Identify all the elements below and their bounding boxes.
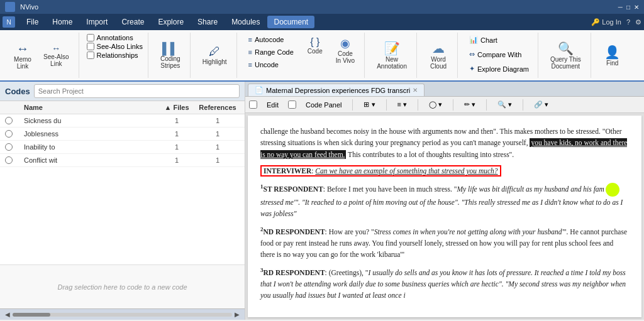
row-radio-2[interactable] bbox=[5, 143, 13, 151]
code-in-vivo-button[interactable]: ◉ CodeIn Vivo bbox=[331, 34, 359, 67]
edit-checkbox[interactable] bbox=[249, 101, 257, 109]
help-btn[interactable]: ? bbox=[626, 18, 630, 26]
window-close[interactable]: ✕ bbox=[634, 4, 639, 11]
annotations-checkbox[interactable] bbox=[87, 34, 94, 41]
code-button[interactable]: { } Code bbox=[301, 34, 329, 67]
search-input[interactable] bbox=[34, 84, 240, 98]
new-annotation-button[interactable]: 📝 NewAnnotation bbox=[372, 38, 411, 72]
row-radio-0[interactable] bbox=[5, 117, 13, 124]
highlight-button[interactable]: 🖊 Highlight bbox=[198, 43, 231, 68]
coding-stripes-button[interactable]: ▌▌ CodingStripes bbox=[156, 40, 185, 72]
col-files[interactable]: ▲ Files bbox=[158, 104, 196, 111]
code-icon: { } bbox=[310, 36, 319, 48]
memo-link-button[interactable]: ↔ MemoLink bbox=[9, 39, 36, 72]
autocode-icon: ≡ bbox=[248, 36, 252, 43]
document-icon: 📄 bbox=[255, 86, 264, 94]
relationships-checkbox[interactable] bbox=[87, 52, 94, 59]
settings-icon[interactable]: ⚙ bbox=[635, 18, 641, 26]
doc-tab-label: Maternal Depression experiences FDG tran… bbox=[266, 87, 410, 94]
ribbon-group-links: ↔ MemoLink ↔ See-AlsoLink bbox=[4, 33, 79, 78]
horizontal-scrollbar[interactable] bbox=[13, 313, 232, 317]
document-tab[interactable]: 📄 Maternal Depression experiences FDG tr… bbox=[248, 84, 425, 96]
menu-share[interactable]: Share bbox=[191, 16, 224, 28]
chart-icon: 📊 bbox=[469, 36, 478, 44]
tab-close-button[interactable]: ✕ bbox=[413, 87, 418, 94]
explore-diagram-button[interactable]: ✦ Explore Diagram bbox=[465, 63, 533, 75]
toolbar-separator-2 bbox=[386, 99, 387, 111]
word-cloud-icon: ☁ bbox=[432, 41, 445, 56]
col-references[interactable]: References bbox=[196, 104, 240, 111]
compare-with-button[interactable]: ⇔ Compare With bbox=[465, 48, 533, 60]
circle-menu-button[interactable]: ◯ ▾ bbox=[423, 99, 448, 111]
menu-file[interactable]: File bbox=[20, 16, 45, 28]
login-btn[interactable]: 🔑 Log In bbox=[591, 18, 621, 26]
table-row: Inability to 1 1 bbox=[0, 141, 245, 154]
find-button[interactable]: 👤 Find bbox=[599, 42, 626, 69]
uncode-button[interactable]: ≡ Uncode bbox=[245, 59, 297, 70]
menu-modules[interactable]: Modules bbox=[225, 16, 266, 28]
interviewer-question: INTERVIWER: Can we have an example of so… bbox=[260, 165, 501, 177]
title-bar: NVivo ─ □ ✕ bbox=[0, 0, 644, 14]
edit-button[interactable]: Edit bbox=[261, 99, 284, 111]
see-also-links-checkbox[interactable] bbox=[87, 43, 94, 50]
scroll-left-arrow[interactable]: ◀ bbox=[5, 311, 10, 318]
title-label: NVivo bbox=[20, 3, 38, 11]
ribbon: ↔ MemoLink ↔ See-AlsoLink Annotations Se… bbox=[0, 30, 644, 82]
code-panel-button[interactable]: Code Panel bbox=[300, 99, 348, 111]
menu-bar: N File Home Import Create Explore Share … bbox=[0, 14, 644, 30]
toolbar-separator-4 bbox=[453, 99, 453, 111]
row-radio-1[interactable] bbox=[5, 130, 13, 138]
memo-link-label: MemoLink bbox=[14, 56, 31, 70]
see-also-link-button[interactable]: ↔ See-AlsoLink bbox=[39, 41, 74, 70]
codes-table: Name ▲ Files References Sickness du 1 1 … bbox=[0, 101, 245, 264]
menu-import[interactable]: Import bbox=[80, 16, 114, 28]
code-panel-checkbox[interactable] bbox=[288, 101, 296, 109]
relationships-label: Relationships bbox=[97, 52, 138, 59]
word-cloud-label: WordCloud bbox=[430, 56, 447, 70]
window-maximize[interactable]: □ bbox=[626, 4, 630, 11]
code-in-vivo-icon: ◉ bbox=[340, 36, 350, 50]
view-toggle-button[interactable]: ⊞ ▾ bbox=[358, 99, 380, 111]
code-refs-2: 1 bbox=[196, 143, 240, 151]
menu-create[interactable]: Create bbox=[115, 16, 150, 28]
find-icon: 👤 bbox=[604, 45, 620, 60]
menu-explore[interactable]: Explore bbox=[152, 16, 190, 28]
codes-header: Codes bbox=[0, 82, 245, 101]
relationships-checkbox-row: Relationships bbox=[87, 52, 143, 59]
codes-title: Codes bbox=[5, 87, 30, 96]
row-radio-3[interactable] bbox=[5, 156, 13, 164]
menu-document[interactable]: Document bbox=[267, 16, 314, 28]
word-cloud-button[interactable]: ☁ WordCloud bbox=[425, 38, 452, 72]
table-row: Joblesness 1 1 bbox=[0, 128, 245, 141]
highlight-icon: 🖊 bbox=[209, 45, 220, 58]
zoom-button[interactable]: 🔍 ▾ bbox=[492, 99, 518, 111]
pencil-button[interactable]: ✏ ▾ bbox=[458, 99, 481, 111]
code-in-vivo-label: CodeIn Vivo bbox=[336, 50, 355, 64]
uncode-icon: ≡ bbox=[248, 61, 252, 68]
toolbar-separator-6 bbox=[523, 99, 523, 111]
memo-link-icon: ↔ bbox=[16, 41, 29, 56]
menu-home[interactable]: Home bbox=[46, 16, 79, 28]
window-minimize[interactable]: ─ bbox=[618, 4, 623, 11]
interviewer-text: Can we have an example of something that… bbox=[315, 167, 497, 175]
see-also-links-checkbox-row: See-Also Links bbox=[87, 43, 143, 50]
see-also-icon: ↔ bbox=[52, 43, 60, 53]
compare-with-label: Compare With bbox=[477, 51, 521, 58]
ribbon-group-chart: 📊 Chart ⇔ Compare With ✦ Explore Diagram bbox=[460, 33, 538, 78]
col-radio bbox=[5, 104, 24, 111]
autocode-button[interactable]: ≡ Autocode bbox=[245, 34, 297, 45]
toolbar-separator-5 bbox=[486, 99, 487, 111]
chart-button[interactable]: 📊 Chart bbox=[465, 34, 533, 46]
link-button[interactable]: 🔗 ▾ bbox=[528, 99, 554, 111]
scroll-right-arrow[interactable]: ▶ bbox=[235, 311, 240, 318]
row-mode-button[interactable]: ≡ ▾ bbox=[392, 99, 413, 111]
new-annotation-label: NewAnnotation bbox=[377, 56, 407, 70]
toolbar-separator-3 bbox=[418, 99, 418, 111]
range-code-button[interactable]: ≡ Range Code bbox=[245, 46, 297, 58]
code-files-0: 1 bbox=[158, 117, 196, 124]
col-name[interactable]: Name bbox=[24, 104, 158, 111]
code-refs-0: 1 bbox=[196, 117, 240, 124]
see-also-label: See-AlsoLink bbox=[43, 53, 69, 67]
ribbon-group-view: Annotations See-Also Links Relationships bbox=[82, 33, 148, 78]
query-this-document-button[interactable]: 🔍 Query ThisDocument bbox=[546, 38, 586, 72]
